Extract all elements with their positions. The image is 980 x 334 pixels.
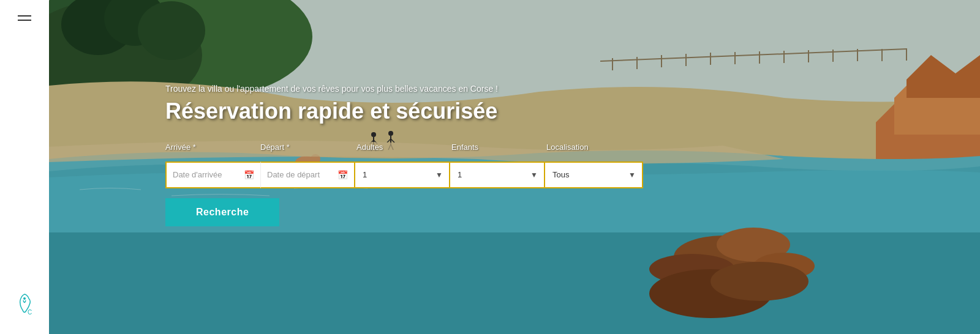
adults-select[interactable]: 1 2 3 4 5 6 bbox=[355, 163, 449, 187]
main-content: Trouvez la villa ou l'appartement de vos… bbox=[49, 0, 980, 334]
svg-text:C: C bbox=[28, 309, 32, 316]
children-select-wrapper: 0 1 2 3 4 5 ▼ bbox=[450, 161, 545, 188]
svg-point-0 bbox=[23, 297, 26, 300]
hero-title: Réservation rapide et sécurisée bbox=[165, 98, 980, 124]
sidebar: C bbox=[0, 0, 49, 334]
arrival-input[interactable] bbox=[173, 170, 240, 179]
hero-subtitle: Trouvez la villa ou l'appartement de vos… bbox=[165, 84, 980, 94]
departure-input[interactable] bbox=[267, 170, 334, 179]
departure-calendar-icon: 📅 bbox=[337, 170, 348, 180]
children-select[interactable]: 0 1 2 3 4 5 bbox=[450, 163, 544, 187]
hamburger-line-1 bbox=[18, 15, 31, 17]
adults-select-wrapper: 1 2 3 4 5 6 ▼ bbox=[355, 161, 450, 188]
form-inputs-row: 📅 📅 1 2 3 4 5 bbox=[165, 161, 686, 188]
localisation-select[interactable]: Tous Nord Sud Centre Est Ouest bbox=[545, 163, 642, 187]
arrival-calendar-icon: 📅 bbox=[244, 170, 254, 180]
arrival-label: Arrivée * bbox=[165, 143, 260, 152]
arrival-field-group: 📅 bbox=[165, 161, 260, 188]
hamburger-line-2 bbox=[18, 20, 31, 21]
logo[interactable]: C bbox=[12, 291, 37, 316]
adults-label: Adultes bbox=[356, 143, 451, 152]
departure-label: Départ * bbox=[260, 143, 356, 152]
children-label: Enfants bbox=[451, 143, 546, 152]
hero-content: Trouvez la villa ou l'appartement de vos… bbox=[49, 0, 980, 334]
search-form: Arrivée * Départ * Adultes Enfants Local… bbox=[165, 143, 686, 226]
form-labels-row: Arrivée * Départ * Adultes Enfants Local… bbox=[165, 143, 686, 152]
hamburger-menu[interactable] bbox=[15, 12, 34, 24]
search-button[interactable]: Recherche bbox=[165, 198, 279, 226]
departure-field-group: 📅 bbox=[260, 161, 355, 188]
localisation-select-wrapper: Tous Nord Sud Centre Est Ouest ▼ bbox=[545, 161, 643, 188]
localisation-label: Localisation bbox=[546, 143, 644, 152]
